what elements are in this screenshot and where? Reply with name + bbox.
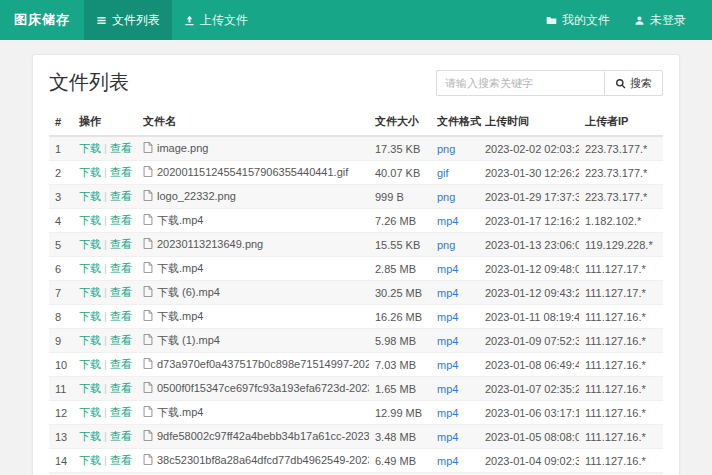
table-row: 6下载 | 查看下载.mp42.85 MBmp42023-01-12 09:48… — [49, 257, 663, 281]
uploader-ip: 223.73.177.* — [579, 161, 663, 185]
row-actions: 下载 | 查看 — [73, 377, 137, 401]
view-link[interactable]: 查看 — [110, 214, 132, 226]
action-separator: | — [101, 406, 110, 418]
download-link[interactable]: 下载 — [79, 310, 101, 322]
view-link[interactable]: 查看 — [110, 286, 132, 298]
header-actions: 操作 — [73, 108, 137, 136]
file-size: 12.99 MB — [369, 401, 431, 425]
action-separator: | — [101, 286, 110, 298]
file-name: 0500f0f15347ce697fc93a193efa6723d-2023-0… — [157, 382, 369, 394]
nav-item-upload[interactable]: 上传文件 — [172, 0, 260, 40]
action-separator: | — [101, 214, 110, 226]
file-format-link[interactable]: mp4 — [437, 263, 458, 275]
table-row: 11下载 | 查看0500f0f15347ce697fc93a193efa672… — [49, 377, 663, 401]
file-name: 下载.mp4 — [157, 262, 203, 274]
file-format-link[interactable]: mp4 — [437, 455, 458, 467]
file-size: 5.98 MB — [369, 329, 431, 353]
uploader-ip: 111.127.16.* — [579, 425, 663, 449]
download-link[interactable]: 下载 — [79, 430, 101, 442]
row-index: 8 — [49, 305, 73, 329]
view-link[interactable]: 查看 — [110, 358, 132, 370]
search-input[interactable] — [436, 70, 604, 96]
file-format-link[interactable]: mp4 — [437, 407, 458, 419]
file-name-cell: 0500f0f15347ce697fc93a193efa6723d-2023-0… — [137, 377, 369, 401]
view-link[interactable]: 查看 — [110, 310, 132, 322]
row-actions: 下载 | 查看 — [73, 305, 137, 329]
file-size: 40.07 KB — [369, 161, 431, 185]
view-link[interactable]: 查看 — [110, 406, 132, 418]
view-link[interactable]: 查看 — [110, 238, 132, 250]
search-button[interactable]: 搜索 — [604, 70, 663, 96]
row-actions: 下载 | 查看 — [73, 161, 137, 185]
file-format-cell: mp4 — [431, 449, 479, 473]
file-format-link[interactable]: png — [437, 143, 455, 155]
download-link[interactable]: 下载 — [79, 166, 101, 178]
view-link[interactable]: 查看 — [110, 142, 132, 154]
upload-time: 2023-01-08 06:49:40 — [479, 353, 579, 377]
download-link[interactable]: 下载 — [79, 238, 101, 250]
download-link[interactable]: 下载 — [79, 454, 101, 466]
row-index: 4 — [49, 209, 73, 233]
file-format-link[interactable]: png — [437, 191, 455, 203]
nav-item-my-files[interactable]: 我的文件 — [534, 0, 622, 40]
view-link[interactable]: 查看 — [110, 262, 132, 274]
file-format-link[interactable]: mp4 — [437, 335, 458, 347]
file-icon — [143, 358, 153, 371]
download-link[interactable]: 下载 — [79, 358, 101, 370]
table-row: 9下载 | 查看下载 (1).mp45.98 MBmp42023-01-09 0… — [49, 329, 663, 353]
file-format-link[interactable]: mp4 — [437, 431, 458, 443]
nav-item-label: 我的文件 — [562, 12, 610, 29]
view-link[interactable]: 查看 — [110, 334, 132, 346]
row-actions: 下载 | 查看 — [73, 136, 137, 161]
download-link[interactable]: 下载 — [79, 190, 101, 202]
file-format-link[interactable]: mp4 — [437, 359, 458, 371]
file-icon — [143, 262, 153, 275]
download-link[interactable]: 下载 — [79, 286, 101, 298]
upload-time: 2023-01-11 08:19:44 — [479, 305, 579, 329]
file-name-cell: 38c52301bf8a28a64dfcd77db4962549-2023-01… — [137, 449, 369, 473]
view-link[interactable]: 查看 — [110, 454, 132, 466]
file-format-cell: mp4 — [431, 281, 479, 305]
file-name: 下载.mp4 — [157, 310, 203, 322]
view-link[interactable]: 查看 — [110, 430, 132, 442]
nav-item-login-status[interactable]: 未登录 — [622, 0, 698, 40]
file-format-link[interactable]: mp4 — [437, 287, 458, 299]
file-name-cell: 下载.mp4 — [137, 305, 369, 329]
page-title: 文件列表 — [49, 69, 129, 96]
file-format-link[interactable]: mp4 — [437, 215, 458, 227]
download-link[interactable]: 下载 — [79, 334, 101, 346]
file-name: image.png — [157, 142, 208, 154]
file-format-link[interactable]: mp4 — [437, 383, 458, 395]
view-link[interactable]: 查看 — [110, 190, 132, 202]
file-format-link[interactable]: gif — [437, 167, 449, 179]
action-separator: | — [101, 454, 110, 466]
nav-item-file-list[interactable]: 文件列表 — [84, 0, 172, 40]
view-link[interactable]: 查看 — [110, 382, 132, 394]
view-link[interactable]: 查看 — [110, 166, 132, 178]
file-format-link[interactable]: png — [437, 239, 455, 251]
search-button-label: 搜索 — [630, 76, 652, 91]
download-link[interactable]: 下载 — [79, 214, 101, 226]
download-link[interactable]: 下载 — [79, 142, 101, 154]
upload-time: 2023-01-30 12:26:22 — [479, 161, 579, 185]
download-link[interactable]: 下载 — [79, 262, 101, 274]
header-fileformat: 文件格式 — [431, 108, 479, 136]
user-icon — [634, 15, 645, 26]
file-size: 30.25 MB — [369, 281, 431, 305]
table-row: 8下载 | 查看下载.mp416.26 MBmp42023-01-11 08:1… — [49, 305, 663, 329]
row-index: 5 — [49, 233, 73, 257]
file-name: 下载.mp4 — [157, 406, 203, 418]
file-name-cell: 下载.mp4 — [137, 401, 369, 425]
table-row: 12下载 | 查看下载.mp412.99 MBmp42023-01-06 03:… — [49, 401, 663, 425]
search-icon — [615, 78, 626, 89]
download-link[interactable]: 下载 — [79, 406, 101, 418]
file-name: 9dfe58002c97ff42a4bebb34b17a61cc-2023-01… — [157, 430, 369, 442]
action-separator: | — [101, 310, 110, 322]
file-format-link[interactable]: mp4 — [437, 311, 458, 323]
upload-icon — [184, 15, 195, 26]
uploader-ip: 111.127.16.* — [579, 377, 663, 401]
table-row: 4下载 | 查看下载.mp47.26 MBmp42023-01-17 12:16… — [49, 209, 663, 233]
file-list-card: 文件列表 搜索 # 操作 文件名 文件大小 文件格式 上传时间 上传者IP 1下… — [32, 54, 680, 475]
download-link[interactable]: 下载 — [79, 382, 101, 394]
file-name-cell: logo_22332.png — [137, 185, 369, 209]
